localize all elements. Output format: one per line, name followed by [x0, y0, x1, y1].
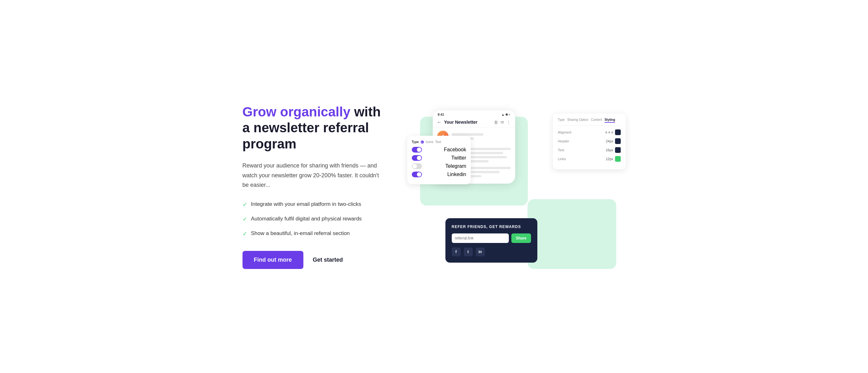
sharing-tab[interactable]: Sharing Option	[567, 118, 588, 123]
features-list: ✓ Integrate with your email platform in …	[243, 200, 382, 238]
description: Reward your audience for sharing with fr…	[243, 161, 382, 190]
header-size: 24px	[606, 139, 614, 143]
links-label: Links	[558, 157, 566, 161]
twitter-label: Twitter	[451, 155, 466, 161]
type-label: Type	[412, 140, 419, 144]
text-color	[615, 147, 621, 153]
phone-nav: ← Your Newsletter 🗑 ✉ ⋮	[433, 118, 515, 127]
share-button[interactable]: Share	[512, 233, 531, 243]
text-label: Text	[558, 148, 564, 152]
phone-nav-left: ← Your Newsletter	[437, 120, 478, 125]
phone-newsletter-title: Your Newsletter	[444, 120, 478, 125]
twitter-toggle[interactable]	[412, 155, 422, 161]
facebook-label: Facebook	[444, 147, 466, 152]
phone-time: 9:41	[438, 113, 444, 116]
linkedin-toggle-row: Linkedin	[412, 172, 466, 177]
list-item: ✓ Integrate with your email platform in …	[243, 200, 382, 209]
alignment-row: Aligment ≡ ≡ ≡	[558, 130, 621, 135]
text-label: Text	[435, 140, 441, 144]
referral-input-row: Share	[452, 233, 531, 243]
list-item: ✓ Automatically fulfil digital and physi…	[243, 215, 382, 224]
linkedin-social-icon[interactable]: in	[476, 248, 485, 256]
phone-status-bar: 9:41 ▲ ❋ ▪	[433, 110, 515, 118]
type-tab[interactable]: Type	[558, 118, 565, 123]
telegram-toggle-row: Telegram	[412, 163, 466, 169]
telegram-label: Telegram	[445, 163, 466, 169]
styling-tabs: Type Sharing Option Content Styling	[558, 118, 621, 125]
green-blob-2	[528, 199, 616, 269]
cta-row: Find out more Get started	[243, 251, 382, 269]
panel-type-row: Type Icons Text	[412, 140, 466, 144]
alignment-color	[615, 130, 621, 135]
feature-text-3: Show a beautiful, in-email referral sect…	[251, 229, 350, 237]
links-row: Links 12px	[558, 156, 621, 162]
text-row: Text 16px	[558, 147, 621, 153]
alignment-label: Aligment	[558, 131, 571, 134]
facebook-toggle[interactable]	[412, 147, 422, 152]
links-value: 12px	[606, 156, 621, 162]
facebook-toggle-row: Facebook	[412, 147, 466, 152]
twitter-toggle-row: Twitter	[412, 155, 466, 161]
check-icon: ✓	[243, 200, 247, 209]
facebook-social-icon[interactable]: f	[452, 248, 461, 256]
left-column: Grow organically with a newsletter refer…	[243, 104, 382, 269]
headline: Grow organically with a newsletter refer…	[243, 104, 382, 152]
trash-icon[interactable]: 🗑	[494, 120, 498, 125]
check-icon: ✓	[243, 230, 247, 238]
list-item: ✓ Show a beautiful, in-email referral se…	[243, 229, 382, 238]
text-value: 16px	[606, 147, 621, 153]
telegram-toggle[interactable]	[412, 163, 422, 169]
back-arrow-icon[interactable]: ←	[437, 120, 442, 125]
feature-text-2: Automatically fulfil digital and physica…	[251, 215, 362, 223]
referral-social-icons: f t in	[452, 248, 531, 256]
check-icon: ✓	[243, 215, 247, 224]
social-panel: Type Icons Text Facebook Twitter Telegra…	[407, 136, 471, 184]
linkedin-label: Linkedin	[447, 172, 466, 177]
radio-icon	[421, 141, 424, 144]
header-value: 24px	[606, 138, 621, 144]
header-label: Header	[558, 139, 569, 143]
find-out-more-button[interactable]: Find out more	[243, 251, 303, 269]
signal-icons: ▲ ❋ ▪	[501, 113, 510, 116]
mail-icon[interactable]: ✉	[501, 120, 504, 125]
styling-tab[interactable]: Styling	[604, 118, 615, 123]
align-icon: ≡ ≡ ≡	[605, 131, 613, 134]
twitter-social-icon[interactable]: t	[464, 248, 473, 256]
alignment-value: ≡ ≡ ≡	[605, 130, 620, 135]
referral-title: REFER FRIENDS, GET REWARDS	[452, 225, 531, 229]
more-icon[interactable]: ⋮	[506, 120, 511, 125]
get-started-button[interactable]: Get started	[313, 257, 343, 263]
headline-accent: Grow organically	[243, 104, 351, 119]
header-color	[615, 138, 621, 144]
header-row: Header 24px	[558, 138, 621, 144]
content-tab[interactable]: Content	[591, 118, 602, 123]
name-line	[452, 133, 484, 136]
page-wrapper: Grow organically with a newsletter refer…	[217, 85, 651, 288]
styling-panel: Type Sharing Option Content Styling Alig…	[553, 114, 626, 169]
feature-text-1: Integrate with your email platform in tw…	[251, 200, 362, 208]
referral-link-input[interactable]	[452, 233, 509, 243]
links-size: 12px	[606, 157, 614, 161]
referral-card: REFER FRIENDS, GET REWARDS Share f t in	[445, 218, 537, 263]
icons-label: Icons	[426, 140, 433, 144]
phone-nav-icons: 🗑 ✉ ⋮	[494, 120, 511, 125]
linkedin-toggle[interactable]	[412, 172, 422, 177]
links-color	[615, 156, 621, 162]
right-column: Type Icons Text Facebook Twitter Telegra…	[407, 104, 626, 269]
text-size: 16px	[606, 148, 614, 152]
